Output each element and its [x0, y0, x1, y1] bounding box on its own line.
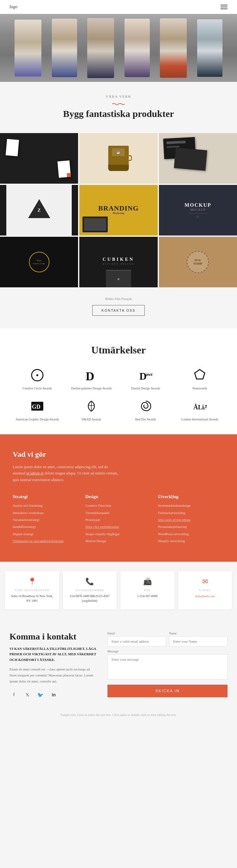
portfolio-grid: ☕ Z BRANDING [0, 133, 237, 292]
form-highlight: VI KAN SÄKERSTÄLLA TILLFÖRLITLIGHET, LÅG… [9, 646, 98, 663]
award-icon-2: D [83, 367, 99, 383]
award-item-2: D Dieline-paketets Design Awards [67, 367, 116, 391]
award-item-1: Creative Circle Awards [13, 367, 62, 391]
utveckling-list: Systemarkitekturdesign Fullstackutveckli… [158, 503, 224, 544]
navbar: logo [0, 0, 237, 14]
design-item-4: Hitta våra webbdesigner [85, 524, 152, 529]
strategi-title: Strategi [13, 494, 79, 499]
portfolio-item-9[interactable]: SEALSTAMP [159, 237, 237, 287]
name-field-label: Name [169, 631, 228, 635]
form-row-top: Email Name [107, 631, 228, 646]
logo: logo [9, 4, 18, 9]
strategi-item-3: Varumärkesstrategi [13, 518, 79, 522]
svg-text:awn: awn [146, 372, 153, 377]
portfolio-item-7[interactable]: BlueCircle Club [0, 237, 78, 287]
design-link[interactable]: Hitta våra webbdesigner [85, 525, 120, 528]
email-field-wrap: Email [107, 631, 166, 646]
utveck-link[interactable]: hitta pairs of top-phone [158, 518, 191, 522]
contact-form-section: Komma i kontakt VI KAN SÄKERSTÄLLA TILLF… [0, 619, 237, 709]
portfolio-item-8[interactable]: CUBIKEN KITCHEN DESIGN [79, 237, 157, 287]
strategi-item-5: Digital strategi [13, 532, 79, 536]
utveck-item-1: Systemarkitekturdesign [158, 503, 224, 508]
award-icon-8: ÅLiA [192, 398, 208, 414]
email-field-label: Email [107, 631, 166, 635]
utveckling-title: Utveckling [158, 494, 224, 499]
what-link[interactable]: ut labore et [27, 471, 44, 475]
design-item-1: Creative Direction [85, 503, 152, 508]
portfolio-item-3[interactable] [159, 133, 237, 184]
strategi-item-4: Innehållsstrategi [13, 524, 79, 529]
form-left: Komma i kontakt VI KAN SÄKERSTÄLLA TILLF… [9, 631, 98, 700]
contact-card-phone: 📞 TELEFONNUMMER 214-9876-3400 888-0123-4… [63, 571, 117, 610]
contact-btn-wrap: KONTAKTA OSS [0, 305, 237, 316]
award-icon-5: GD [29, 398, 45, 414]
works-title: Bygg fantastiska produkter [0, 108, 237, 119]
award-item-6: D&AD Awards [67, 398, 116, 422]
svg-marker-5 [195, 370, 205, 379]
portfolio-item-6[interactable]: MOCKUP MOCKUP 02 [159, 185, 237, 236]
award-item-5: GD American Graphic Design Awards [13, 398, 62, 422]
strategi-item-2: Interaktiva workshops [13, 510, 79, 515]
fax-label: FAX [125, 589, 170, 592]
message-input[interactable] [107, 654, 228, 680]
facebook-icon[interactable]: f [9, 690, 18, 699]
message-field-wrap: Message [107, 650, 228, 680]
strategi-item-6: Optimering av omvandlingsfrekvens [13, 539, 79, 544]
what-columns: Strategi Analys och forskning Interaktiv… [13, 494, 224, 546]
email-card-label: E-POST [183, 589, 228, 592]
award-name-4: Pentawards [193, 386, 207, 391]
twitter-icon[interactable]: 𝕏 [23, 690, 32, 699]
email-icon: ✉ [183, 578, 228, 586]
portfolio-item-5[interactable]: BRANDING Marketing [79, 185, 157, 236]
award-item-7: Red Dot Awards [121, 398, 170, 422]
award-item-8: ÅLiA London International Awards [175, 398, 225, 422]
award-name-8: London International Awards [181, 417, 218, 422]
what-title: Vad vi gör [13, 450, 224, 459]
award-name-1: Creative Circle Awards [23, 386, 52, 391]
phone-value: 214-9876-3400 888-0123-4567 (avgiftsfrit… [67, 594, 112, 603]
message-field-label: Message [107, 650, 228, 653]
award-icon-4 [192, 367, 208, 383]
contact-cards: 📍 VÅRT HUVUDKONTOR Soho 14 Broadway St N… [0, 562, 237, 619]
svg-text:GD: GD [32, 404, 40, 410]
contact-card-fax: 📠 FAX 1-214-567-8900 [121, 571, 174, 610]
strategi-link[interactable]: Optimering av omvandlingsfrekvens [13, 539, 64, 543]
wavy-divider [112, 101, 125, 103]
design-item-6: Motion Design [85, 539, 152, 544]
contact-card-address: 📍 VÅRT HUVUDKONTOR Soho 14 Broadway St N… [5, 571, 59, 610]
phone-number-1: 214-9876-3400 888-0123-4567 (avgiftsfrit… [67, 594, 112, 603]
what-desc: Lorem ipsum dolor sit amet, consectetur … [13, 464, 120, 483]
submit-button[interactable]: SKICKA IN [107, 685, 228, 697]
award-icon-1 [29, 367, 45, 383]
name-field-wrap: Name [169, 631, 228, 646]
name-input[interactable] [169, 636, 228, 646]
svg-point-1 [36, 374, 38, 376]
award-name-5: American Graphic Design Awards [15, 417, 59, 422]
linkedin-icon[interactable]: in [49, 690, 58, 699]
portfolio-item-1[interactable] [0, 133, 78, 184]
location-icon: 📍 [9, 578, 55, 586]
portfolio-item-4[interactable]: Z [0, 185, 78, 236]
award-name-2: Dieline-paketets Design Awards [71, 386, 112, 391]
form-desc: Etiam sit amet consult est – class apten… [9, 666, 98, 684]
award-icon-6 [83, 398, 99, 414]
footer-note: Sample text. Click to select the text bo… [0, 709, 237, 721]
address-value: Soho 14 Broadway St New York, NY 1001 [9, 594, 55, 603]
contact-button[interactable]: KONTAKTA OSS [92, 305, 144, 316]
what-col-utveckling: Utveckling Systemarkitekturdesign Fullst… [158, 494, 224, 546]
form-main-title: Komma i kontakt [9, 631, 98, 642]
svg-text:ÅLiA: ÅLiA [193, 404, 207, 411]
portfolio-item-2[interactable]: ☕ [79, 133, 157, 184]
email-input[interactable] [107, 636, 166, 646]
awards-grid: Creative Circle Awards D Dieline-paketet… [13, 367, 224, 422]
contact-card-email: ✉ E-POST hello@hello.com [178, 571, 232, 610]
hamburger-menu[interactable] [221, 5, 228, 9]
address-label: VÅRT HUVUDKONTOR [9, 589, 55, 592]
phone-label: TELEFONNUMMER [67, 589, 112, 592]
award-item-3: D awn Danish Design Awards [121, 367, 170, 391]
email-link[interactable]: hello@hello.com [195, 595, 215, 598]
strategi-list: Analys och forskning Interaktiva worksho… [13, 503, 79, 544]
bird-icon[interactable]: 🐦 [36, 690, 45, 699]
works-label: VÅRA VERK [0, 94, 237, 98]
award-name-3: Danish Design Awards [131, 386, 160, 391]
